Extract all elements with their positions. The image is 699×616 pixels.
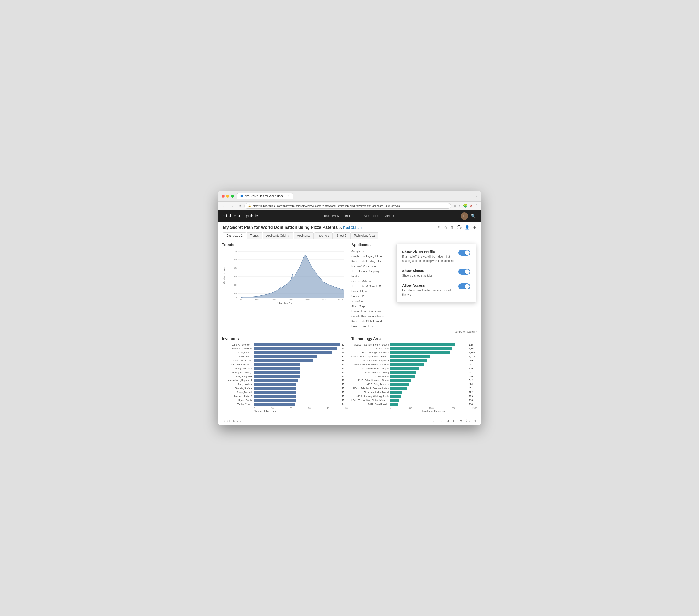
footer-home-btn[interactable]: ⊢ [453, 419, 456, 423]
settings-popup: Show Viz on Profile If turned off, this … [396, 244, 476, 303]
inventor-fill-5[interactable] [254, 363, 300, 366]
close-button[interactable] [222, 195, 225, 198]
trends-y-axis-label: Count of pizza.csv [223, 266, 225, 284]
applicant-15[interactable]: Kraft Foods Global Brand… [351, 319, 477, 324]
inventor-fill-2[interactable] [254, 351, 332, 354]
settings-icon[interactable]: ⚙ [473, 225, 476, 230]
inventor-fill-13[interactable] [254, 395, 296, 398]
show-viz-toggle[interactable] [459, 250, 470, 256]
tech-fill-8[interactable] [390, 375, 415, 378]
tech-fill-5[interactable] [390, 363, 424, 366]
tech-fill-6[interactable] [390, 367, 419, 370]
forward-button[interactable]: → [229, 203, 235, 208]
tech-fill-3[interactable] [390, 355, 430, 358]
svg-text:1990: 1990 [271, 298, 276, 301]
sheet-tabs: Dashboard 1 Trends Applicants Original A… [223, 232, 476, 239]
share-icon[interactable]: ⇪ [450, 225, 453, 230]
tech-fill-2[interactable] [390, 351, 450, 354]
applicant-12[interactable]: AT&T Corp [351, 304, 477, 309]
profile-icon[interactable]: P [470, 204, 472, 208]
inventor-fill-4[interactable] [254, 359, 313, 362]
address-bar[interactable]: 🔒 https://public.tableau.com/app/profile… [245, 203, 451, 209]
inventor-label-11: Tomatis, Stefano [222, 387, 252, 390]
nav-discover[interactable]: DISCOVER [323, 214, 340, 218]
tech-bar-row-5: G06Q: Data Processing Systems 861 [351, 363, 477, 366]
back-button[interactable]: ← [221, 203, 227, 208]
footer-forward-btn[interactable]: → [439, 419, 443, 423]
tableau-navbar: + tableau·· public DISCOVER BLOG RESOURC… [218, 210, 481, 222]
share-icon[interactable]: ↑ [459, 204, 461, 208]
tab-close-icon[interactable]: ✕ [288, 195, 290, 197]
inventor-fill-3[interactable] [254, 355, 317, 358]
inventor-fill-15[interactable] [254, 403, 295, 406]
tech-fill-11[interactable] [390, 387, 407, 390]
tech-fill-15[interactable] [390, 403, 398, 406]
technology-area-panel: Technology Area A21D: Treatment, Flour o… [351, 337, 477, 413]
new-tab-button[interactable]: + [294, 194, 299, 198]
viz-author-link[interactable]: Paul Oldham [343, 226, 362, 230]
inventor-track-6 [254, 367, 340, 370]
svg-text:300: 300 [234, 275, 237, 278]
tech-fill-13[interactable] [390, 395, 400, 398]
tech-filter-icon[interactable]: ≡ [444, 410, 445, 413]
refresh-button[interactable]: ↻ [237, 203, 242, 208]
tab-technology-area[interactable]: Technology Area [351, 232, 378, 239]
applicant-16[interactable]: Dow Chemical Co… [351, 324, 477, 329]
tech-fill-10[interactable] [390, 383, 409, 386]
footer-expand-btn[interactable]: ⊡ [473, 419, 476, 423]
user-check-icon[interactable]: 👤 [465, 225, 470, 230]
minimize-button[interactable] [226, 195, 229, 198]
tech-fill-7[interactable] [390, 371, 416, 374]
nav-blog[interactable]: BLOG [345, 214, 354, 218]
maximize-button[interactable] [231, 195, 234, 198]
inventor-fill-10[interactable] [254, 383, 296, 386]
tech-bar-row-12: A61K: Medical or Dental 292 [351, 391, 477, 394]
tab-applicants[interactable]: Applicants [294, 232, 314, 239]
menu-icon[interactable]: ⋮ [474, 204, 478, 208]
tab-trends[interactable]: Trends [247, 232, 262, 239]
footer-refresh-btn[interactable]: ↺ [447, 419, 449, 423]
comment-icon[interactable]: 💬 [457, 225, 462, 230]
star-icon[interactable]: ☆ [453, 204, 457, 208]
applicant-13[interactable]: Leprino Foods Company [351, 309, 477, 314]
filter-icon[interactable]: ≡ [476, 330, 477, 333]
tab-sheet5[interactable]: Sheet 5 [333, 232, 350, 239]
show-sheets-toggle[interactable] [459, 268, 470, 275]
inventor-bar-row-4: Smith, Donald Paul 35 [222, 359, 348, 362]
inventor-fill-6[interactable] [254, 367, 300, 370]
tech-fill-14[interactable] [390, 399, 399, 402]
browser-tab[interactable]: 🟦 My Secret Plan for World Dom… ✕ [237, 193, 293, 199]
inventors-filter-icon[interactable]: ≡ [275, 410, 277, 413]
inventor-fill-9[interactable] [254, 379, 298, 382]
allow-access-toggle[interactable] [459, 284, 470, 289]
nav-about[interactable]: ABOUT [385, 214, 396, 218]
tab-inventors[interactable]: Inventors [314, 232, 333, 239]
tech-fill-9[interactable] [390, 379, 411, 382]
search-icon[interactable]: 🔍 [471, 213, 476, 219]
inventor-value-3: 37 [342, 355, 348, 358]
tech-fill-0[interactable] [390, 343, 454, 346]
footer-fullscreen-btn[interactable]: ⛶ [466, 419, 470, 423]
bookmark-icon[interactable]: ☆ [444, 225, 447, 230]
inventor-fill-1[interactable] [254, 347, 337, 350]
inventor-value-10: 25 [342, 383, 348, 386]
inventor-fill-14[interactable] [254, 399, 296, 402]
extensions-icon[interactable]: 🧩 [463, 204, 467, 208]
user-avatar[interactable]: P [461, 212, 468, 220]
inventor-fill-8[interactable] [254, 375, 300, 378]
tech-fill-1[interactable] [390, 347, 452, 350]
tab-applicants-original[interactable]: Applicants Original [263, 232, 293, 239]
footer-share-btn[interactable]: ⇪ [460, 419, 462, 423]
footer-back-btn[interactable]: ← [433, 419, 436, 423]
inventor-track-0 [254, 343, 340, 346]
tab-dashboard1[interactable]: Dashboard 1 [223, 232, 246, 239]
edit-icon[interactable]: ✎ [438, 225, 441, 230]
inventor-fill-12[interactable] [254, 391, 296, 394]
nav-resources[interactable]: RESOURCES [359, 214, 380, 218]
applicant-14[interactable]: Societe Des Produits Nes… [351, 314, 477, 318]
inventor-fill-11[interactable] [254, 387, 296, 390]
tech-fill-12[interactable] [390, 391, 401, 394]
inventor-fill-0[interactable] [254, 343, 340, 346]
tech-fill-4[interactable] [390, 359, 427, 362]
inventor-fill-7[interactable] [254, 371, 300, 374]
